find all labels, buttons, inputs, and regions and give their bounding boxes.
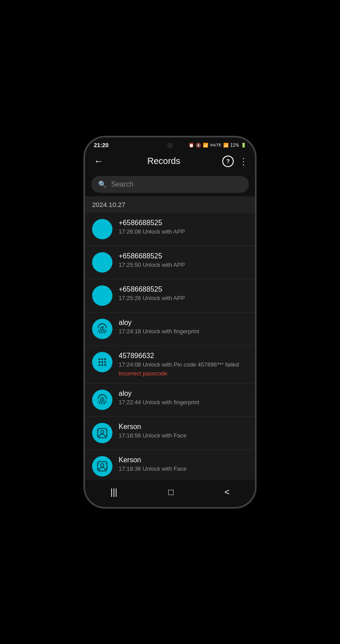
battery-text: 11% [230, 143, 239, 148]
svg-point-1 [101, 358, 103, 360]
record-info: aloy 17:22:44 Unlock with fingerprint [119, 390, 248, 406]
record-detail: 17:24:18 Unlock with fingerprint [119, 328, 248, 335]
mute-icon: 🔇 [196, 143, 201, 148]
app-header: ← Records ? ⋮ [85, 150, 255, 172]
nav-home-button[interactable]: □ [159, 485, 182, 499]
list-item[interactable]: Kerson 17:18:36 Unlock with Face [85, 450, 255, 480]
record-detail: 17:24:08 Unlock with Pin code 457896*** … [119, 361, 248, 368]
help-button[interactable]: ? [222, 156, 234, 167]
avatar [92, 252, 112, 273]
svg-point-3 [98, 361, 100, 363]
status-icons: ⏰ 🔇 📶 VoLTE 📶 11% 🔋 [189, 143, 246, 148]
nav-recent-button[interactable]: ||| [101, 485, 126, 499]
camera-notch [167, 143, 173, 148]
record-name: Kerson [119, 423, 248, 431]
svg-point-6 [98, 364, 100, 366]
alarm-icon: ⏰ [189, 143, 194, 148]
nav-back-button[interactable]: < [216, 485, 239, 499]
record-info: 457896632 17:24:08 Unlock with Pin code … [119, 352, 248, 377]
svg-point-12 [101, 464, 104, 467]
svg-point-8 [104, 364, 106, 366]
record-info: +6586688525 17:25:50 Unlock with APP [119, 252, 248, 268]
record-detail: 17:26:08 Unlock with APP [119, 228, 248, 235]
list-item[interactable]: 457896632 17:24:08 Unlock with Pin code … [85, 346, 255, 383]
list-item[interactable]: +6586688525 17:25:50 Unlock with APP [85, 246, 255, 279]
avatar [92, 285, 112, 306]
list-item[interactable]: +6586688525 17:25:26 Unlock with APP [85, 279, 255, 312]
record-name: +6586688525 [119, 219, 248, 227]
avatar [92, 423, 112, 443]
more-button[interactable]: ⋮ [239, 156, 248, 167]
search-icon: 🔍 [98, 180, 107, 188]
header-actions: ? ⋮ [222, 156, 248, 167]
record-name: Kerson [119, 456, 248, 464]
battery-icon: 🔋 [241, 143, 246, 148]
record-detail: 17:18:36 Unlock with Face [119, 465, 248, 472]
side-button-top [255, 226, 256, 244]
record-name: +6586688525 [119, 285, 248, 293]
list-item[interactable]: aloy 17:24:18 Unlock with fingerprint [85, 312, 255, 346]
svg-point-2 [104, 358, 106, 360]
avatar [92, 456, 112, 476]
list-item[interactable]: aloy 17:22:44 Unlock with fingerprint [85, 383, 255, 417]
page-title: Records [147, 156, 180, 166]
record-name: +6586688525 [119, 252, 248, 260]
lte-icon: VoLTE [210, 143, 221, 147]
records-list: +6586688525 17:26:08 Unlock with APP +65… [85, 213, 255, 480]
svg-point-5 [104, 361, 106, 363]
avatar [92, 390, 112, 410]
avatar [92, 219, 112, 239]
signal-icon: 📶 [223, 143, 228, 148]
record-detail: 17:25:26 Unlock with APP [119, 295, 248, 301]
date-header: 2024.10.27 [85, 196, 255, 213]
search-container: 🔍 Search [85, 172, 255, 196]
phone-screen: 21:20 ⏰ 🔇 📶 VoLTE 📶 11% 🔋 ← Records ? ⋮ [85, 137, 255, 507]
svg-point-0 [98, 358, 100, 360]
svg-point-7 [101, 364, 103, 366]
status-time: 21:20 [94, 142, 108, 148]
svg-point-10 [101, 430, 104, 433]
record-name: 457896632 [119, 352, 248, 360]
side-button-mid [255, 253, 256, 270]
search-input[interactable]: Search [111, 180, 134, 188]
search-box[interactable]: 🔍 Search [91, 176, 249, 193]
record-name: aloy [119, 390, 248, 398]
back-button[interactable]: ← [92, 154, 105, 169]
error-text: Incorrect passcode [119, 370, 248, 377]
record-info: aloy 17:24:18 Unlock with fingerprint [119, 319, 248, 335]
record-info: Kerson 17:18:56 Unlock with Face [119, 423, 248, 439]
record-detail: 17:18:56 Unlock with Face [119, 432, 248, 439]
nav-bar: ||| □ < [85, 480, 255, 507]
list-item[interactable]: Kerson 17:18:56 Unlock with Face [85, 417, 255, 450]
record-info: +6586688525 17:25:26 Unlock with APP [119, 285, 248, 301]
list-item[interactable]: +6586688525 17:26:08 Unlock with APP [85, 213, 255, 246]
record-name: aloy [119, 319, 248, 327]
record-detail: 17:22:44 Unlock with fingerprint [119, 399, 248, 406]
avatar [92, 319, 112, 339]
record-detail: 17:25:50 Unlock with APP [119, 262, 248, 268]
avatar [92, 352, 112, 372]
wifi-icon: 📶 [203, 143, 208, 148]
record-info: +6586688525 17:26:08 Unlock with APP [119, 219, 248, 235]
record-info: Kerson 17:18:36 Unlock with Face [119, 456, 248, 472]
date-label: 2024.10.27 [92, 201, 125, 208]
phone-shell: 21:20 ⏰ 🔇 📶 VoLTE 📶 11% 🔋 ← Records ? ⋮ [84, 136, 256, 508]
svg-point-4 [101, 361, 103, 363]
